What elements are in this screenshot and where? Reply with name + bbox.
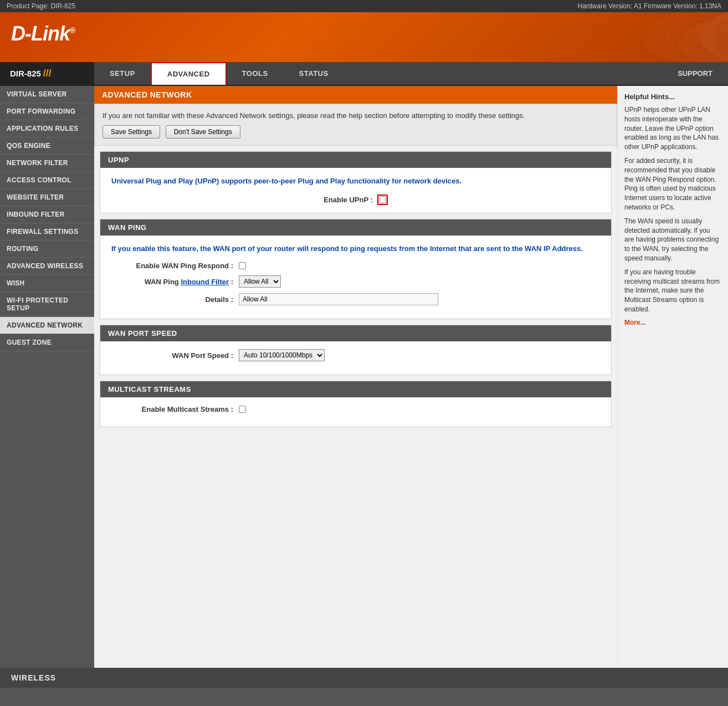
wan-ping-details-row: Details :: [111, 293, 600, 305]
sidebar-item-guest-zone[interactable]: GUEST ZONE: [0, 334, 94, 351]
multicast-streams-section: MULTICAST STREAMS Enable Multicast Strea…: [100, 381, 612, 427]
wan-ping-section: WAN PING If you enable this feature, the…: [100, 219, 612, 320]
sidebar-item-routing[interactable]: ROUTING: [0, 241, 94, 258]
bottom-bar: WIRELESS: [0, 668, 728, 688]
sidebar-item-qos-engine[interactable]: QOS ENGINE: [0, 137, 94, 155]
wan-port-speed-select[interactable]: Auto 10/100/1000Mbps 10Mbps Half Duplex …: [239, 349, 325, 361]
helpful-hints-title: Helpful Hints...: [624, 93, 721, 101]
multicast-streams-title: MULTICAST STREAMS: [100, 381, 611, 397]
wan-ping-body: If you enable this feature, the WAN port…: [100, 236, 611, 319]
upnp-checkbox[interactable]: [379, 196, 386, 203]
upnp-title: UPNP: [100, 152, 611, 168]
sidebar-item-inbound-filter[interactable]: INBOUND FILTER: [0, 206, 94, 223]
info-text: If you are not familiar with these Advan…: [102, 111, 609, 121]
hint-paragraph-3: The WAN speed is usually detected automa…: [624, 217, 721, 263]
info-buttons: Save Settings Don't Save Settings: [102, 125, 609, 139]
details-label: Details :: [111, 295, 233, 304]
sidebar-item-wish[interactable]: WISH: [0, 275, 94, 292]
wan-ping-inbound-filter-label: WAN Ping Inbound Filter :: [111, 278, 233, 286]
sidebar-item-wifi-protected-setup[interactable]: WI-FI PROTECTED SETUP: [0, 292, 94, 317]
info-box: If you are not familiar with these Advan…: [94, 104, 617, 146]
sidebar: VIRTUAL SERVER PORT FORWARDING APPLICATI…: [0, 86, 94, 668]
wan-ping-enable-label: Enable WAN Ping Respond :: [111, 262, 233, 270]
wan-ping-enable-row: Enable WAN Ping Respond :: [111, 262, 600, 270]
wan-ping-title: WAN PING: [100, 219, 611, 236]
hint-paragraph-1: UPnP helps other UPnP LAN hosts interope…: [624, 105, 721, 152]
upnp-enable-row: Enable UPnP :: [111, 195, 600, 205]
main-layout: VIRTUAL SERVER PORT FORWARDING APPLICATI…: [0, 86, 728, 668]
tab-tools[interactable]: TOOLS: [227, 62, 284, 85]
nav-tabs: DIR-825 /// SETUP ADVANCED TOOLS STATUS …: [0, 62, 728, 86]
nav-brand: DIR-825 ///: [0, 62, 94, 85]
details-input[interactable]: [239, 293, 438, 305]
tab-support[interactable]: SUPPORT: [662, 62, 728, 85]
wan-ping-inbound-filter-row: WAN Ping Inbound Filter : Allow All Deny…: [111, 275, 600, 288]
more-link[interactable]: More...: [624, 319, 646, 326]
sidebar-item-application-rules[interactable]: APPLICATION RULES: [0, 120, 94, 137]
sidebar-item-advanced-network[interactable]: ADVANCED NETWORK: [0, 317, 94, 334]
firmware-info: Hardware Version: A1 Firmware Version: 1…: [578, 2, 721, 10]
tab-status[interactable]: STATUS: [284, 62, 344, 85]
wan-ping-respond-checkbox[interactable]: [239, 262, 246, 269]
content-area: ADVANCED NETWORK If you are not familiar…: [94, 86, 617, 668]
wan-port-speed-row: WAN Port Speed : Auto 10/100/1000Mbps 10…: [111, 349, 600, 361]
sidebar-item-virtual-server[interactable]: VIRTUAL SERVER: [0, 86, 94, 103]
sidebar-item-access-control[interactable]: ACCESS CONTROL: [0, 172, 94, 189]
upnp-enable-label: Enable UPnP :: [324, 196, 373, 204]
sidebar-item-advanced-wireless[interactable]: ADVANCED WIRELESS: [0, 258, 94, 275]
wan-ping-description: If you enable this feature, the WAN port…: [111, 243, 600, 254]
page-header: ADVANCED NETWORK: [94, 86, 617, 104]
top-bar: Product Page: DIR-825 Hardware Version: …: [0, 0, 728, 12]
sidebar-item-website-filter[interactable]: WEBSITE FILTER: [0, 189, 94, 206]
wan-port-speed-section: WAN PORT SPEED WAN Port Speed : Auto 10/…: [100, 325, 612, 375]
upnp-description: Universal Plug and Play (UPnP) supports …: [111, 176, 600, 187]
inbound-filter-select[interactable]: Allow All Deny All: [239, 275, 281, 288]
wan-port-speed-label: WAN Port Speed :: [111, 351, 233, 360]
save-settings-button[interactable]: Save Settings: [102, 125, 160, 139]
sidebar-item-port-forwarding[interactable]: PORT FORWARDING: [0, 103, 94, 120]
hint-paragraph-2: For added security, it is recommended th…: [624, 156, 721, 212]
multicast-streams-body: Enable Multicast Streams :: [100, 397, 611, 427]
upnp-body: Universal Plug and Play (UPnP) supports …: [100, 168, 611, 213]
hint-paragraph-4: If you are having trouble receiving mult…: [624, 268, 721, 314]
upnp-checkbox-wrapper: [377, 195, 388, 205]
right-sidebar: Helpful Hints... UPnP helps other UPnP L…: [617, 86, 728, 668]
wan-port-speed-body: WAN Port Speed : Auto 10/100/1000Mbps 10…: [100, 341, 611, 375]
upnp-section: UPNP Universal Plug and Play (UPnP) supp…: [100, 151, 612, 213]
sidebar-item-firewall-settings[interactable]: FIREWALL SETTINGS: [0, 223, 94, 241]
multicast-streams-row: Enable Multicast Streams :: [111, 405, 600, 413]
header: D-Link®: [0, 12, 728, 62]
header-decoration: [562, 12, 728, 62]
wan-port-speed-title: WAN PORT SPEED: [100, 325, 611, 341]
tab-advanced[interactable]: ADVANCED: [151, 62, 227, 85]
multicast-streams-label: Enable Multicast Streams :: [111, 405, 233, 413]
sidebar-item-network-filter[interactable]: NETWORK FILTER: [0, 155, 94, 172]
inbound-filter-link[interactable]: Inbound Filter: [181, 278, 229, 286]
multicast-streams-checkbox[interactable]: [239, 406, 246, 413]
product-page-label: Product Page: DIR-825: [7, 2, 75, 10]
dont-save-settings-button[interactable]: Don't Save Settings: [166, 125, 240, 139]
tab-setup[interactable]: SETUP: [94, 62, 151, 85]
brand-slashes: ///: [43, 68, 52, 79]
